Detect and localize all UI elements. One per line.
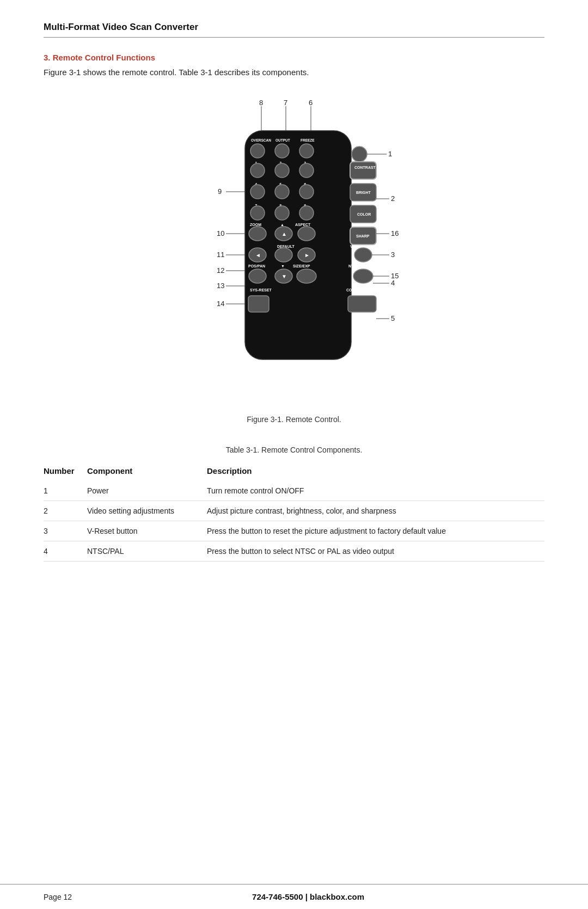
svg-point-44 <box>299 206 314 220</box>
page-footer: Page 12 724-746-5500 | blackbox.com <box>0 884 588 909</box>
svg-text:OUTPUT: OUTPUT <box>275 138 290 142</box>
svg-rect-86 <box>248 296 269 312</box>
svg-text:5: 5 <box>391 314 395 322</box>
svg-text:BRIGHT: BRIGHT <box>356 191 371 194</box>
cell-description: Press the button to reset the picture ad… <box>207 521 544 541</box>
svg-text:COLOR: COLOR <box>357 212 371 216</box>
svg-text:10: 10 <box>217 229 224 237</box>
svg-point-36 <box>275 185 289 199</box>
svg-text:3: 3 <box>391 251 395 259</box>
svg-text:COLOR BAR: COLOR BAR <box>346 288 369 292</box>
svg-text:FREEZE: FREEZE <box>301 138 315 142</box>
section-intro: Figure 3-1 shows the remote control. Tab… <box>44 68 544 77</box>
svg-text:7: 7 <box>284 99 287 107</box>
col-header-number: Number <box>44 463 87 481</box>
svg-text:11: 11 <box>217 251 224 259</box>
svg-point-8 <box>352 147 367 162</box>
svg-text:14: 14 <box>217 300 224 308</box>
svg-text:4: 4 <box>391 279 395 287</box>
svg-text:SYS-RESET: SYS-RESET <box>250 288 272 292</box>
svg-text:ZOOM: ZOOM <box>250 223 261 227</box>
diagram-area: 8 7 6 POWER 1 OVERSCAN <box>44 90 544 440</box>
cell-component: NTSC/PAL <box>87 541 207 562</box>
svg-text:CONTRAST: CONTRAST <box>354 166 376 169</box>
svg-text:13: 13 <box>217 282 224 290</box>
svg-text:POS/PAN: POS/PAN <box>248 264 265 268</box>
svg-point-12 <box>250 144 265 158</box>
svg-text:◄: ◄ <box>255 252 261 258</box>
cell-number: 4 <box>44 541 87 562</box>
svg-text:►: ► <box>304 252 310 258</box>
svg-text:▲: ▲ <box>280 223 284 227</box>
col-header-description: Description <box>207 463 544 481</box>
svg-point-78 <box>353 269 373 283</box>
svg-text:▲: ▲ <box>281 231 287 237</box>
svg-text:SIZE/EXP: SIZE/EXP <box>293 264 310 268</box>
table-row: 1PowerTurn remote control ON/OFF <box>44 481 544 501</box>
svg-text:ASPECT: ASPECT <box>295 223 311 227</box>
footer-page: Page 12 <box>44 893 72 901</box>
svg-rect-17 <box>350 162 376 179</box>
svg-point-16 <box>299 144 314 158</box>
svg-text:NTSC/PAL: NTSC/PAL <box>348 264 367 268</box>
cell-number: 2 <box>44 501 87 521</box>
svg-point-53 <box>298 227 315 241</box>
col-header-component: Component <box>87 463 207 481</box>
svg-point-30 <box>275 163 289 178</box>
remote-control-svg: 8 7 6 POWER 1 OVERSCAN <box>142 90 446 406</box>
cell-component: V-Reset button <box>87 521 207 541</box>
svg-text:6: 6 <box>309 99 313 107</box>
page-header: Multi-Format Video Scan Converter <box>44 22 544 38</box>
cell-description: Adjust picture contrast, brightness, col… <box>207 501 544 521</box>
cell-number: 1 <box>44 481 87 501</box>
svg-text:16: 16 <box>391 229 399 237</box>
svg-point-34 <box>250 185 265 199</box>
svg-text:▼: ▼ <box>281 273 287 279</box>
cell-component: Power <box>87 481 207 501</box>
table-row: 3V-Reset buttonPress the button to reset… <box>44 521 544 541</box>
cell-description: Press the button to select NTSC or PAL a… <box>207 541 544 562</box>
svg-point-61 <box>275 248 292 262</box>
table-row: 2Video setting adjustmentsAdjust picture… <box>44 501 544 521</box>
components-table: Number Component Description 1PowerTurn … <box>44 463 544 562</box>
page-wrapper: Multi-Format Video Scan Converter 3. Rem… <box>0 0 588 909</box>
svg-text:8: 8 <box>259 99 263 107</box>
svg-point-77 <box>297 269 316 283</box>
svg-text:1: 1 <box>388 150 392 158</box>
section-heading: 3. Remote Control Functions <box>44 53 544 62</box>
svg-point-38 <box>299 185 314 199</box>
svg-point-65 <box>354 248 372 262</box>
svg-text:9: 9 <box>218 187 222 196</box>
cell-number: 3 <box>44 521 87 541</box>
table-header-row: Number Component Description <box>44 463 544 481</box>
svg-point-40 <box>250 206 265 220</box>
svg-point-74 <box>249 269 266 283</box>
footer-phone: 724-746-5500 | blackbox.com <box>252 892 364 901</box>
svg-point-28 <box>250 163 265 178</box>
svg-text:2: 2 <box>391 194 395 203</box>
remote-diagram: 8 7 6 POWER 1 OVERSCAN <box>142 90 446 407</box>
page-title: Multi-Format Video Scan Converter <box>44 22 198 32</box>
svg-text:▼: ▼ <box>281 264 285 268</box>
cell-description: Turn remote control ON/OFF <box>207 481 544 501</box>
svg-point-32 <box>299 163 314 178</box>
table-title: Table 3-1. Remote Control Components. <box>44 446 544 454</box>
cell-component: Video setting adjustments <box>87 501 207 521</box>
svg-text:SHARP: SHARP <box>356 234 370 238</box>
figure-caption: Figure 3-1. Remote Control. <box>247 415 341 424</box>
svg-text:12: 12 <box>217 266 224 274</box>
svg-point-42 <box>275 206 289 220</box>
svg-rect-88 <box>348 296 376 312</box>
svg-text:OVERSCAN: OVERSCAN <box>251 138 271 142</box>
svg-point-14 <box>275 144 289 158</box>
table-row: 4NTSC/PALPress the button to select NTSC… <box>44 541 544 562</box>
svg-point-48 <box>249 227 266 241</box>
